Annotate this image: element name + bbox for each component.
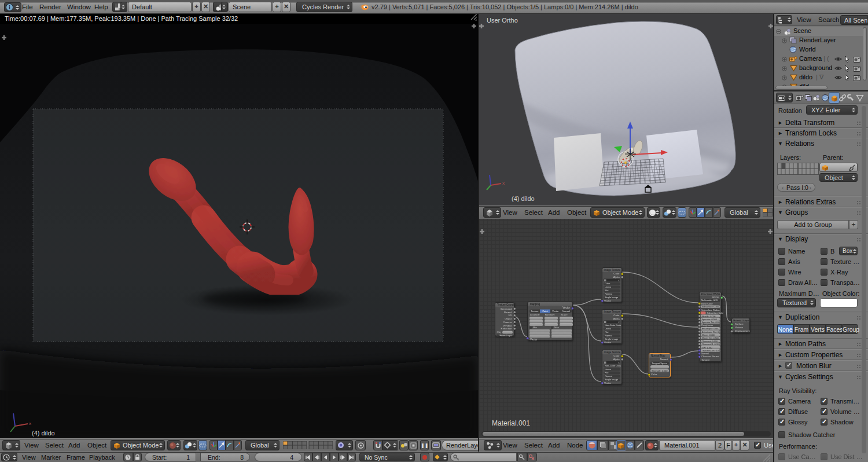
- svg-text:i: i: [9, 5, 10, 10]
- svg-text:x: x: [502, 181, 505, 186]
- svg-text:x: x: [29, 421, 31, 426]
